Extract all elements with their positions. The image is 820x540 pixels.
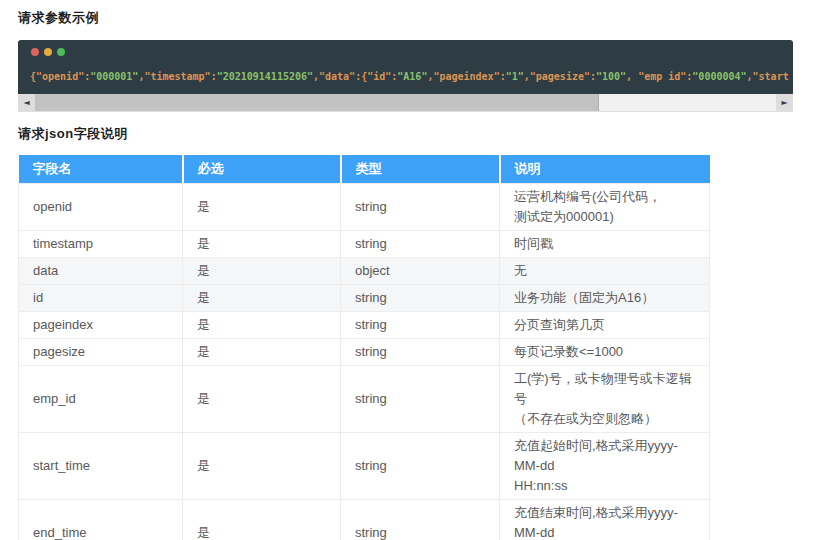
cell-required: 是	[183, 433, 341, 500]
scrollbar-track[interactable]	[35, 94, 776, 111]
cell-desc: 运营机构编号(公司代码， 测试定为000001)	[500, 184, 710, 231]
column-header: 字段名	[19, 155, 183, 184]
cell-desc: 分页查询第几页	[500, 312, 710, 339]
cell-type: string	[341, 366, 500, 433]
cell-desc: 时间戳	[500, 231, 710, 258]
cell-type: string	[341, 500, 500, 540]
code-token-str: "1"	[506, 71, 524, 82]
code-token-key: , "emp_id":	[626, 71, 692, 82]
cell-desc: 充值结束时间,格式采用yyyy-MM-dd HH:nn:ss	[500, 500, 710, 540]
cell-required: 是	[183, 339, 341, 366]
code-token-key: ,"pagesize":	[524, 71, 596, 82]
cell-desc: 业务功能（固定为A16）	[500, 285, 710, 312]
code-token-key: {"openid":	[30, 71, 90, 82]
cell-type: string	[341, 184, 500, 231]
column-header: 说明	[500, 155, 710, 184]
cell-desc: 充值起始时间,格式采用yyyy-MM-dd HH:nn:ss	[500, 433, 710, 500]
cell-desc: 无	[500, 258, 710, 285]
code-token-key: ,"timestamp":	[138, 71, 216, 82]
cell-type: object	[341, 258, 500, 285]
cell-name: openid	[19, 184, 183, 231]
table-row-emp_id: emp_id是string工(学)号，或卡物理号或卡逻辑号 （不存在或为空则忽略…	[19, 366, 710, 433]
scrollbar-thumb[interactable]	[35, 94, 599, 111]
cell-name: end_time	[19, 500, 183, 540]
code-window: {"openid":"000001","timestamp":"20210914…	[18, 40, 793, 94]
cell-type: string	[341, 285, 500, 312]
code-token-str: "000001"	[90, 71, 138, 82]
section-heading-request-example: 请求参数示例	[18, 0, 820, 27]
cell-required: 是	[183, 312, 341, 339]
cell-desc: 每页记录数<=1000	[500, 339, 710, 366]
cell-required: 是	[183, 258, 341, 285]
cell-required: 是	[183, 285, 341, 312]
scroll-left-button[interactable]: ◄	[18, 94, 35, 111]
table-row-data: data是object无	[19, 258, 710, 285]
maximize-dot	[57, 48, 65, 56]
section-heading-fields: 请求json字段说明	[18, 112, 820, 143]
cell-type: string	[341, 433, 500, 500]
minimize-dot	[44, 48, 52, 56]
cell-required: 是	[183, 500, 341, 540]
table-header-row: 字段名必选类型说明	[19, 155, 710, 184]
table-row-end_time: end_time是string充值结束时间,格式采用yyyy-MM-dd HH:…	[19, 500, 710, 540]
cell-name: id	[19, 285, 183, 312]
table-row-start_time: start_time是string充值起始时间,格式采用yyyy-MM-dd H…	[19, 433, 710, 500]
cell-required: 是	[183, 231, 341, 258]
cell-name: pageindex	[19, 312, 183, 339]
column-header: 类型	[341, 155, 500, 184]
code-token-str: "0000004"	[692, 71, 746, 82]
table-row-openid: openid是string运营机构编号(公司代码， 测试定为000001)	[19, 184, 710, 231]
window-controls	[31, 48, 65, 56]
code-token-key: ,"data":{"id":	[313, 71, 397, 82]
horizontal-scrollbar[interactable]: ◄ ►	[18, 94, 793, 112]
scroll-left-icon: ◄	[23, 98, 29, 107]
table-row-timestamp: timestamp是string时间戳	[19, 231, 710, 258]
cell-desc: 工(学)号，或卡物理号或卡逻辑号 （不存在或为空则忽略）	[500, 366, 710, 433]
json-code[interactable]: {"openid":"000001","timestamp":"20210914…	[30, 71, 793, 82]
column-header: 必选	[183, 155, 341, 184]
table-row-pagesize: pagesize是string每页记录数<=1000	[19, 339, 710, 366]
close-dot	[31, 48, 39, 56]
api-doc-page: 请求参数示例 {"openid":"000001","timestamp":"2…	[0, 0, 820, 540]
table-row-id: id是string业务功能（固定为A16）	[19, 285, 710, 312]
cell-name: data	[19, 258, 183, 285]
cell-name: timestamp	[19, 231, 183, 258]
code-token-str: "20210914115206"	[217, 71, 313, 82]
code-token-str: "100"	[596, 71, 626, 82]
cell-name: emp_id	[19, 366, 183, 433]
cell-type: string	[341, 231, 500, 258]
fields-table: 字段名必选类型说明 openid是string运营机构编号(公司代码， 测试定为…	[18, 155, 710, 540]
cell-name: start_time	[19, 433, 183, 500]
cell-type: string	[341, 312, 500, 339]
scroll-right-icon: ►	[781, 98, 787, 107]
code-token-key: ,"pageindex":	[427, 71, 505, 82]
code-token-key: ,"start_time":	[747, 71, 793, 82]
cell-required: 是	[183, 184, 341, 231]
cell-name: pagesize	[19, 339, 183, 366]
code-token-str: "A16"	[397, 71, 427, 82]
scroll-right-button[interactable]: ►	[776, 94, 793, 111]
cell-required: 是	[183, 366, 341, 433]
cell-type: string	[341, 339, 500, 366]
table-row-pageindex: pageindex是string分页查询第几页	[19, 312, 710, 339]
